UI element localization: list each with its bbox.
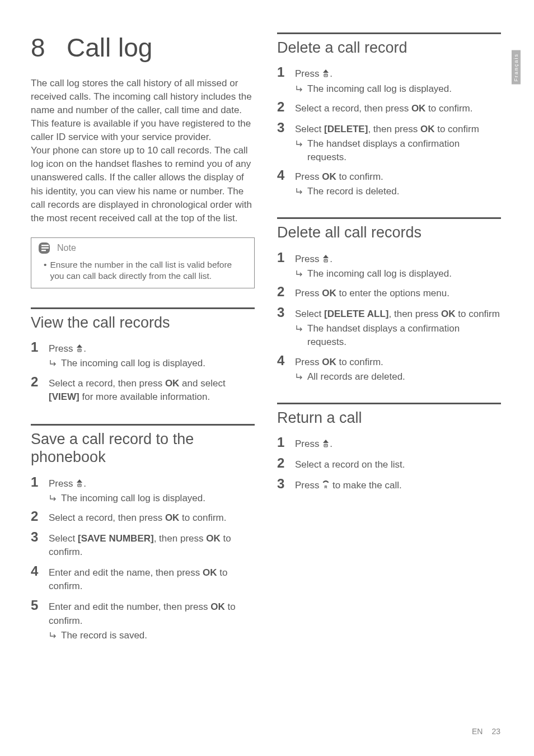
- note-label: Note: [57, 243, 76, 253]
- save-step-1: Press . The incoming call log is display…: [31, 474, 255, 505]
- step-text: to confirm: [434, 124, 479, 134]
- footer-lang: EN: [472, 727, 483, 736]
- step-text: Press: [295, 438, 322, 449]
- result-text: The incoming call log is displayed.: [307, 82, 501, 96]
- step-text: Select: [49, 533, 78, 544]
- step-text: Select: [295, 309, 324, 319]
- delete-step-3: Select [DELETE], then press OK to confir…: [277, 120, 501, 164]
- step-text: Press: [295, 171, 322, 182]
- up-icon: [76, 478, 83, 487]
- intro-paragraph-1: The call log stores the call history of …: [31, 77, 255, 144]
- arrow-icon: [296, 137, 303, 164]
- chapter-title: 8 Call log: [31, 28, 255, 62]
- note-text: Ensure the number in the call list is va…: [50, 259, 247, 282]
- step-text: Press: [295, 68, 322, 79]
- arrow-icon: [296, 322, 303, 349]
- phone-icon: [322, 480, 330, 489]
- result-text: The record is saved.: [61, 629, 255, 642]
- arrow-icon: [296, 185, 303, 198]
- return-step-1: Press .: [277, 435, 501, 452]
- key-ok: OK: [420, 124, 435, 134]
- step-text: Select a record, then press: [49, 512, 165, 523]
- step-text: Press: [295, 480, 322, 491]
- step-text: to make the call.: [330, 480, 402, 491]
- intro-paragraph-2: Your phone can store up to 10 call recor…: [31, 144, 255, 225]
- step-text: , then press: [368, 124, 420, 134]
- arrow-icon: [50, 492, 57, 505]
- step-text: Select a record on the list.: [295, 458, 501, 472]
- step-text: Enter and edit the number, then press: [49, 601, 210, 612]
- step-text: for more available information.: [79, 391, 210, 402]
- step-text: to confirm.: [425, 103, 472, 114]
- deleteall-step-3: Select [DELETE ALL], then press OK to co…: [277, 305, 501, 349]
- result-text: The incoming call log is displayed.: [61, 492, 255, 505]
- section-deleteall-title: Delete all call records: [277, 217, 501, 241]
- up-icon: [76, 343, 83, 352]
- cmd-view: [VIEW]: [49, 391, 79, 402]
- result-text: The incoming call log is displayed.: [61, 357, 255, 370]
- section-delete-title: Delete a call record: [277, 32, 501, 57]
- section-save-title: Save a call record to the phonebook: [31, 424, 255, 466]
- step-text: , then press: [154, 533, 207, 544]
- arrow-icon: [50, 357, 57, 370]
- step-text: Press: [295, 254, 322, 264]
- arrow-icon: [296, 267, 303, 281]
- step-text: Select a record, then press: [295, 103, 411, 114]
- step-text: Select a record, then press: [49, 378, 165, 389]
- result-text: All records are deleted.: [307, 370, 501, 384]
- step-text: to confirm: [456, 309, 500, 319]
- step-text: Press: [49, 478, 76, 489]
- section-view-title: View the call records: [31, 307, 255, 332]
- result-text: The handset displays a confirmation requ…: [307, 322, 501, 349]
- up-icon: [322, 254, 330, 263]
- step-text: and select: [179, 378, 225, 389]
- cmd-delete: [DELETE]: [324, 124, 368, 134]
- chapter-name: Call log: [67, 33, 152, 62]
- up-icon: [322, 438, 330, 447]
- arrow-icon: [296, 370, 303, 384]
- up-icon: [322, 68, 330, 77]
- step-text: to confirm.: [336, 357, 383, 367]
- key-ok: OK: [206, 533, 221, 544]
- page-content: 8 Call log The call log stores the call …: [0, 0, 534, 668]
- key-ok: OK: [210, 601, 225, 612]
- return-step-2: Select a record on the list.: [277, 455, 501, 473]
- view-step-1: Press . The incoming call log is display…: [31, 339, 255, 370]
- view-step-2: Select a record, then press OK and selec…: [31, 374, 255, 405]
- cmd-delete-all: [DELETE ALL]: [324, 309, 389, 319]
- cmd-save-number: [SAVE NUMBER]: [78, 533, 154, 544]
- delete-step-4: Press OK to confirm. The record is delet…: [277, 167, 501, 198]
- save-step-5: Enter and edit the number, then press OK…: [31, 598, 255, 642]
- language-tab: Français: [512, 50, 521, 85]
- step-text: , then press: [389, 309, 442, 319]
- key-ok: OK: [322, 171, 336, 182]
- result-text: The incoming call log is displayed.: [307, 267, 501, 281]
- section-return-title: Return a call: [277, 403, 501, 427]
- key-ok: OK: [165, 512, 180, 523]
- note-icon: [37, 242, 51, 254]
- arrow-icon: [50, 629, 57, 642]
- delete-step-2: Select a record, then press OK to confir…: [277, 99, 501, 116]
- step-text: Press: [295, 357, 322, 367]
- key-ok: OK: [411, 103, 426, 114]
- key-ok: OK: [322, 357, 336, 367]
- save-step-3: Select [SAVE NUMBER], then press OK to c…: [31, 529, 255, 560]
- arrow-icon: [296, 82, 303, 96]
- step-text: to confirm.: [179, 512, 226, 523]
- step-text: to enter the options menu.: [336, 288, 449, 298]
- deleteall-step-1: Press . The incoming call log is display…: [277, 250, 501, 281]
- deleteall-step-2: Press OK to enter the options menu.: [277, 284, 501, 301]
- save-step-4: Enter and edit the name, then press OK t…: [31, 563, 255, 594]
- key-ok: OK: [165, 378, 180, 389]
- deleteall-step-4: Press OK to confirm. All records are del…: [277, 353, 501, 384]
- return-step-3: Press to make the call.: [277, 476, 501, 493]
- step-text: Press: [49, 343, 76, 354]
- chapter-number: 8: [31, 33, 45, 62]
- step-text: Press: [295, 288, 322, 298]
- save-step-2: Select a record, then press OK to confir…: [31, 508, 255, 526]
- result-text: The handset displays a confirmation requ…: [307, 137, 501, 164]
- step-text: Select: [295, 124, 324, 134]
- key-ok: OK: [441, 309, 456, 319]
- key-ok: OK: [322, 288, 336, 298]
- page-footer: EN 23: [472, 727, 500, 736]
